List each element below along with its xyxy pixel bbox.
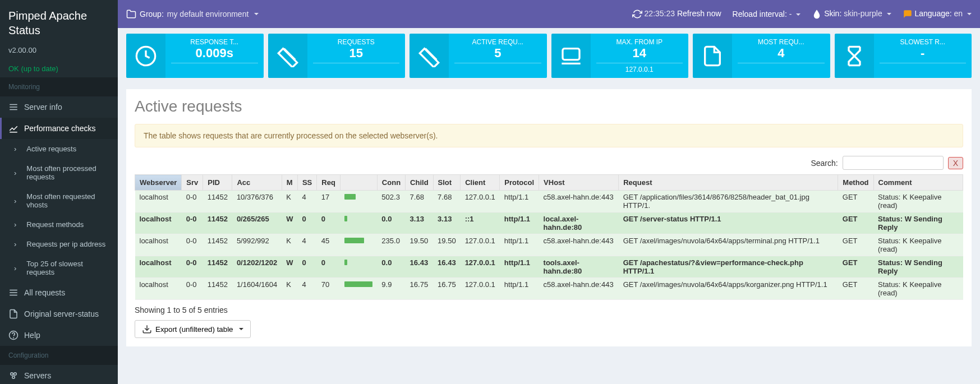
table-cell: 235.0 <box>377 234 405 256</box>
sidebar-sub-requests-per-ip[interactable]: Requests per ip address <box>0 234 118 254</box>
table-cell: c58.axel-hahn.de:443 <box>539 278 619 300</box>
sidebar-sub-most-processed[interactable]: Most often processed requests <box>0 159 118 187</box>
col-header[interactable]: Slot <box>433 175 461 191</box>
sidebar-sub-most-vhosts[interactable]: Most often requested vhosts <box>0 187 118 215</box>
group-selector[interactable]: Group: my default environment <box>126 9 259 19</box>
col-header[interactable]: M <box>282 175 297 191</box>
col-header[interactable]: Conn <box>377 175 405 191</box>
entries-info: Showing 1 to 5 of 5 entries <box>135 306 963 314</box>
table-cell: c58.axel-hahn.de:443 <box>539 234 619 256</box>
col-header[interactable] <box>340 175 377 191</box>
skin-selector[interactable]: Skin: skin-purple <box>812 9 891 19</box>
tile-value: 4 <box>738 46 825 63</box>
table-cell: 0 <box>317 212 341 234</box>
table-cell: K <box>282 191 297 212</box>
table-cell: GET /server-status HTTP/1.1 <box>619 212 838 234</box>
col-header[interactable]: Srv <box>182 175 203 191</box>
tile[interactable]: RESPONSE T...0.009s <box>126 34 264 78</box>
col-header[interactable]: Protocol <box>500 175 539 191</box>
table-cell: 0/265/265 <box>232 212 282 234</box>
table-row[interactable]: localhost0-0114520/265/265W000.03.133.13… <box>135 212 963 234</box>
skin-value: skin-purple <box>844 9 882 18</box>
col-header[interactable]: Comment <box>873 175 963 191</box>
table-cell: 70 <box>317 278 341 300</box>
skin-label: Skin: <box>824 9 841 18</box>
col-header[interactable]: SS <box>297 175 316 191</box>
tile[interactable]: REQUESTS15 <box>268 34 406 78</box>
col-header[interactable]: VHost <box>539 175 619 191</box>
table-cell: W <box>282 256 297 278</box>
sidebar-item-server-info[interactable]: Server info <box>0 96 118 118</box>
page-title: Active requests <box>135 98 963 115</box>
sidebar-item-help[interactable]: Help <box>0 325 118 346</box>
col-header[interactable]: Client <box>461 175 500 191</box>
tile[interactable]: MOST REQU...4 <box>693 34 830 78</box>
refresh-now[interactable]: 22:35:23 Refresh now <box>632 9 721 19</box>
table-cell: 0/1202/1202 <box>232 256 282 278</box>
table-cell: 3.13 <box>433 212 461 234</box>
tint-icon <box>812 9 822 19</box>
table-cell: http/1.1 <box>500 234 539 256</box>
brand[interactable]: Pimped Apache Status <box>0 0 118 46</box>
table-cell: 11452 <box>203 256 232 278</box>
tile-label: REQUESTS <box>313 38 400 46</box>
chart-line-icon <box>8 123 19 133</box>
group-label: Group: <box>140 10 164 18</box>
col-header[interactable]: Req <box>317 175 341 191</box>
language-selector[interactable]: Language: en <box>903 9 972 19</box>
table-cell: 11452 <box>203 212 232 234</box>
reload-interval[interactable]: Reload interval: - <box>733 10 801 18</box>
table-row[interactable]: localhost0-01145210/376/376K417502.37.68… <box>135 191 963 212</box>
reload-label: Reload interval: <box>733 10 787 18</box>
tile-value: 0.009s <box>171 46 258 63</box>
table-cell: 0 <box>317 256 341 278</box>
col-header[interactable]: Webserver <box>135 175 182 191</box>
table-cell: GET <box>838 234 873 256</box>
export-button[interactable]: Export (unfiltered) table <box>135 320 251 338</box>
progress-bar <box>344 216 347 221</box>
table-row[interactable]: localhost0-0114520/1202/1202W000.016.431… <box>135 256 963 278</box>
table-cell: http/1.1 <box>500 191 539 212</box>
sidebar-item-original-status[interactable]: Original server-status <box>0 303 118 325</box>
table-cell: 11452 <box>203 191 232 212</box>
table-cell: 7.68 <box>406 191 434 212</box>
tile-sub: 127.0.0.1 <box>596 66 683 73</box>
table-cell: K <box>282 278 297 300</box>
tile[interactable]: MAX. FROM IP14127.0.0.1 <box>551 34 689 78</box>
sidebar-sub-active-requests[interactable]: Active requests <box>0 139 118 159</box>
sidebar-item-all-requests[interactable]: All requests <box>0 282 118 303</box>
export-label: Export (unfiltered) table <box>155 325 233 334</box>
sidebar-sub-request-methods[interactable]: Request methods <box>0 215 118 234</box>
table-cell: c58.axel-hahn.de:443 <box>539 191 619 212</box>
table-row[interactable]: localhost0-0114521/1604/1604K4709.916.75… <box>135 278 963 300</box>
hourglass-icon <box>835 34 874 78</box>
chevron-down-icon <box>796 13 800 16</box>
table-cell: 4 <box>297 234 316 256</box>
col-header[interactable]: PID <box>203 175 232 191</box>
table-cell: localhost <box>135 234 182 256</box>
col-header[interactable]: Acc <box>232 175 282 191</box>
table-cell: 45 <box>317 234 341 256</box>
tile[interactable]: ACTIVE REQU...5 <box>410 34 547 78</box>
sidebar-item-performance-checks[interactable]: Performance checks <box>0 118 118 139</box>
progress-bar <box>344 260 347 265</box>
tile[interactable]: SLOWEST R...- <box>835 34 972 78</box>
col-header[interactable]: Child <box>406 175 434 191</box>
table-cell: 0-0 <box>182 191 203 212</box>
tile-label: MOST REQU... <box>738 38 825 46</box>
sidebar-sub-top25-slowest[interactable]: Top 25 of slowest requests <box>0 254 118 282</box>
table-cell: GET /axel/images/nuvola/64x64/apps/korga… <box>619 278 838 300</box>
table-cell: K <box>282 234 297 256</box>
col-header[interactable]: Method <box>838 175 873 191</box>
clock-icon <box>126 34 165 78</box>
table-cell: 0.0 <box>377 212 405 234</box>
table-cell: GET /apachestatus/?&view=performance-che… <box>619 256 838 278</box>
table-cell: Status: W Sending Reply <box>873 212 963 234</box>
table-cell: http/1.1 <box>500 256 539 278</box>
table-cell: 4 <box>297 278 316 300</box>
search-input[interactable] <box>843 156 944 170</box>
table-row[interactable]: localhost0-0114525/992/992K445235.019.50… <box>135 234 963 256</box>
col-header[interactable]: Request <box>619 175 838 191</box>
table-cell: 5/992/992 <box>232 234 282 256</box>
clear-search-button[interactable]: X <box>948 157 963 169</box>
